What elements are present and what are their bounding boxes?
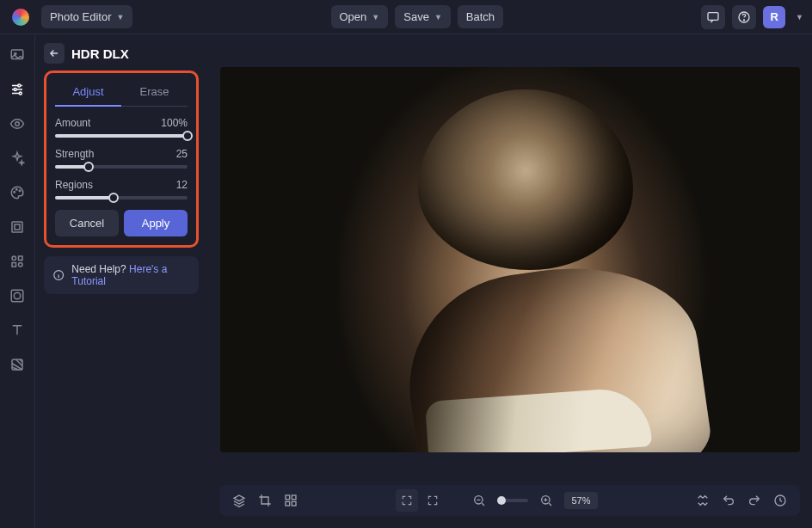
svg-rect-22 [286, 495, 290, 500]
svg-point-10 [16, 189, 18, 191]
avatar-letter: R [770, 10, 778, 23]
zoom-out-button[interactable] [468, 489, 490, 512]
svg-point-6 [14, 89, 16, 91]
sparkle-tool-icon[interactable] [9, 150, 26, 167]
overlay-tool-icon[interactable] [9, 287, 26, 304]
svg-rect-16 [12, 263, 16, 267]
tab-erase[interactable]: Erase [121, 80, 188, 106]
slider-label: Amount [55, 117, 90, 129]
svg-point-5 [18, 84, 21, 87]
slider-strength: Strength 25 [55, 148, 188, 169]
fit-screen-button[interactable] [396, 489, 418, 512]
info-icon [52, 268, 65, 282]
chat-icon [706, 10, 720, 24]
palette-tool-icon[interactable] [9, 184, 26, 201]
grid-button[interactable] [280, 489, 302, 512]
slider-amount-track[interactable] [55, 134, 188, 138]
top-bar: Photo Editor ▼ Open ▼ Save ▼ Batch R ▼ [0, 0, 812, 34]
svg-rect-25 [292, 501, 296, 506]
help-text: Need Help? Here's a Tutorial [71, 263, 190, 287]
expand-button[interactable] [421, 489, 444, 512]
help-button[interactable] [732, 5, 756, 29]
save-button[interactable]: Save ▼ [395, 5, 451, 28]
panel-title: HDR DLX [71, 46, 129, 61]
user-avatar[interactable]: R [763, 6, 785, 28]
redo-button[interactable] [743, 489, 766, 512]
canvas-area: 57% [207, 34, 812, 528]
app-name: Photo Editor [50, 10, 112, 23]
slider-value: 12 [176, 179, 188, 191]
zoom-level: 57% [564, 492, 597, 509]
slider-strength-track[interactable] [55, 165, 188, 169]
help-icon [737, 10, 751, 24]
back-button[interactable] [44, 43, 65, 64]
slider-label: Strength [55, 148, 94, 160]
svg-rect-13 [15, 224, 20, 230]
svg-rect-24 [286, 501, 290, 506]
save-label: Save [403, 10, 429, 23]
svg-rect-23 [292, 495, 296, 500]
svg-point-19 [14, 292, 21, 299]
adjustments-tool-icon[interactable] [9, 81, 26, 98]
chevron-down-icon: ▼ [434, 13, 442, 21]
slider-value: 25 [176, 148, 188, 160]
photo-canvas[interactable] [220, 67, 800, 452]
svg-point-8 [15, 122, 20, 126]
slider-regions-track[interactable] [55, 196, 188, 200]
slider-label: Regions [55, 179, 93, 191]
text-tool-icon[interactable] [9, 322, 26, 339]
open-button[interactable]: Open ▼ [331, 5, 389, 28]
batch-button[interactable]: Batch [458, 5, 503, 28]
help-callout: Need Help? Here's a Tutorial [44, 256, 199, 294]
side-panel: HDR DLX Adjust Erase Amount 100% Streng [35, 34, 207, 528]
tool-rail [0, 34, 35, 528]
chevron-down-icon[interactable]: ▼ [796, 13, 803, 21]
chevron-down-icon: ▼ [117, 13, 125, 21]
frame-tool-icon[interactable] [9, 218, 26, 236]
cancel-button[interactable]: Cancel [55, 210, 119, 236]
slider-regions: Regions 12 [55, 179, 188, 200]
layers-button[interactable] [228, 489, 250, 512]
svg-point-17 [19, 263, 23, 267]
compare-button[interactable] [692, 489, 714, 512]
svg-point-2 [744, 19, 745, 20]
open-label: Open [340, 10, 367, 23]
svg-point-7 [19, 92, 22, 95]
batch-label: Batch [466, 10, 495, 23]
eye-tool-icon[interactable] [9, 115, 26, 132]
svg-point-9 [14, 192, 15, 193]
bottom-bar: 57% [219, 485, 800, 516]
slider-amount: Amount 100% [55, 117, 188, 138]
tab-adjust[interactable]: Adjust [55, 80, 121, 107]
zoom-slider[interactable] [497, 499, 528, 502]
zoom-in-button[interactable] [535, 489, 557, 512]
app-logo-icon [12, 9, 29, 26]
comments-button[interactable] [701, 5, 725, 29]
crop-button[interactable] [254, 489, 276, 512]
svg-point-14 [12, 256, 16, 261]
arrow-left-icon [48, 47, 60, 59]
svg-rect-15 [19, 256, 23, 261]
svg-rect-18 [11, 290, 23, 302]
texture-tool-icon[interactable] [9, 356, 26, 373]
svg-rect-12 [12, 222, 22, 232]
canvas-viewport[interactable] [207, 34, 812, 485]
undo-button[interactable] [717, 489, 740, 512]
adjust-panel: Adjust Erase Amount 100% Strength 25 [44, 71, 199, 248]
slider-value: 100% [161, 117, 188, 129]
app-switcher[interactable]: Photo Editor ▼ [41, 5, 132, 28]
image-tool-icon[interactable] [9, 46, 26, 64]
chevron-down-icon: ▼ [372, 13, 379, 21]
apply-button[interactable]: Apply [124, 210, 188, 236]
elements-tool-icon[interactable] [9, 253, 26, 270]
history-button[interactable] [769, 489, 791, 512]
svg-point-11 [19, 190, 21, 192]
svg-rect-0 [708, 12, 718, 20]
